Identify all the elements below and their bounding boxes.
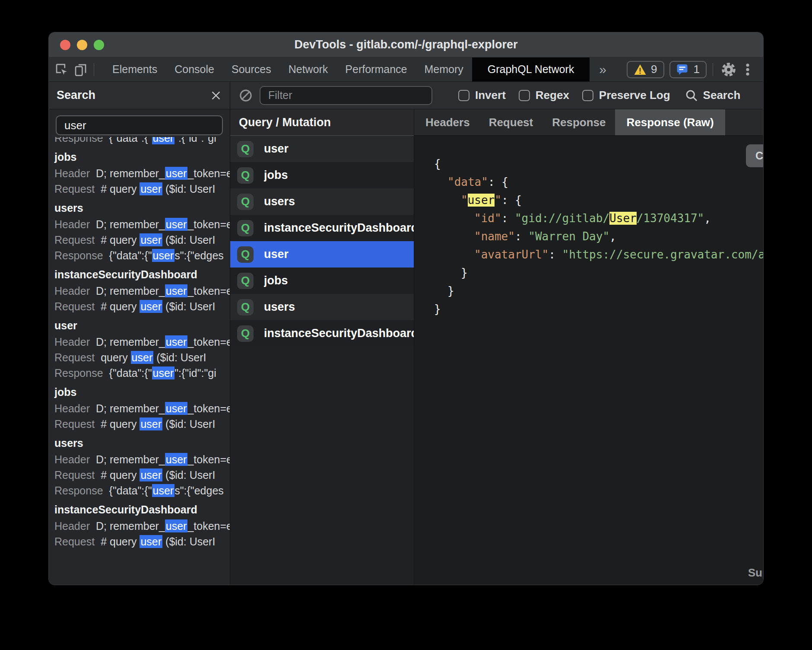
search-result-group: jobsHeaderD; remember_user_token=eReques…: [54, 148, 230, 197]
checkbox-box: [519, 90, 530, 101]
toolbar-separator: [94, 63, 94, 76]
detail-tab-response[interactable]: Response: [542, 109, 615, 135]
clear-filter-icon[interactable]: [239, 89, 253, 102]
result-line-text: _token=e: [187, 285, 230, 297]
highlighted-match: user: [140, 417, 162, 430]
highlighted-match: user: [165, 167, 188, 180]
search-result-line[interactable]: HeaderD; remember_user_token=e: [54, 518, 230, 534]
query-list-item[interactable]: Quser: [230, 241, 414, 268]
query-type-badge: Q: [237, 194, 254, 210]
close-search-icon[interactable]: [210, 89, 222, 102]
kebab-menu-icon[interactable]: [738, 57, 757, 82]
search-result-line[interactable]: HeaderD; remember_user_token=e: [54, 217, 230, 232]
search-result-line[interactable]: Response{"data":{"users":{"edges: [54, 248, 230, 263]
detail-tab-response-raw[interactable]: Response (Raw): [615, 109, 725, 135]
tab-sources[interactable]: Sources: [223, 57, 280, 82]
query-type-badge: Q: [237, 246, 254, 263]
result-line-label: Header: [54, 167, 90, 179]
query-list-item[interactable]: Qjobs: [230, 162, 414, 188]
copy-button[interactable]: Copy: [746, 144, 764, 167]
result-line-label: Header: [54, 453, 90, 465]
result-line-text: # query: [101, 535, 140, 548]
result-line-text: {"data":{": [109, 249, 152, 261]
json-token: ,: [609, 230, 616, 243]
search-input[interactable]: [56, 115, 223, 135]
result-line-label: Response: [54, 249, 103, 261]
tab-network[interactable]: Network: [280, 57, 337, 82]
result-line-label: Header: [54, 218, 90, 230]
json-token: ,: [704, 212, 711, 225]
search-button[interactable]: Search: [685, 89, 741, 102]
more-tabs-chevron-icon[interactable]: »: [590, 57, 616, 82]
query-list-item[interactable]: QinstanceSecurityDashboard: [230, 320, 414, 347]
query-label: instanceSecurityDashboard: [264, 327, 414, 340]
detail-tab-headers[interactable]: Headers: [416, 109, 479, 135]
detail-panel: HeadersRequestResponseResponse (Raw) Cop…: [414, 109, 764, 585]
search-result-line[interactable]: Request# query user ($id: UserI: [54, 467, 230, 483]
search-result-line[interactable]: Request# query user ($id: UserI: [54, 534, 230, 549]
support-link[interactable]: Support: [748, 566, 764, 580]
window-title: DevTools - gitlab.com/-/graphql-explorer: [49, 38, 763, 51]
query-type-badge: Q: [237, 299, 254, 315]
device-toolbar-icon[interactable]: [71, 57, 90, 82]
highlighted-match: user: [140, 535, 162, 548]
search-result-line[interactable]: Request# query user ($id: UserI: [54, 299, 230, 314]
json-token: :: [501, 212, 515, 225]
tab-performance[interactable]: Performance: [336, 57, 416, 82]
search-result-line[interactable]: Request# query user ($id: UserI: [54, 181, 230, 197]
query-list-header: Query / Mutation: [230, 109, 414, 136]
result-line-text: # query: [101, 234, 140, 246]
query-list-item[interactable]: Quser: [230, 136, 414, 162]
search-result-line[interactable]: HeaderD; remember_user_token=e: [54, 166, 230, 181]
inspect-element-icon[interactable]: [52, 57, 71, 82]
checkbox-box: [458, 90, 469, 101]
search-button-label: Search: [703, 89, 741, 102]
query-list-item[interactable]: QinstanceSecurityDashboard: [230, 215, 414, 241]
query-label: jobs: [264, 169, 288, 182]
tab-memory[interactable]: Memory: [416, 57, 472, 82]
highlighted-match: user: [165, 218, 188, 231]
result-line-text: D; remember_: [96, 402, 165, 414]
tab-elements[interactable]: Elements: [104, 57, 166, 82]
query-list-item[interactable]: Qjobs: [230, 268, 414, 294]
search-result-line[interactable]: Response{"data":{"users":{"edges: [54, 483, 230, 498]
checkbox-label: Preserve Log: [599, 89, 670, 102]
search-result-line[interactable]: HeaderD; remember_user_token=e: [54, 334, 230, 350]
checkbox-regex[interactable]: Regex: [519, 89, 569, 102]
filter-input[interactable]: [260, 86, 432, 105]
json-token: "avatarUrl": [474, 248, 549, 261]
query-list-item[interactable]: Qusers: [230, 188, 414, 215]
settings-gear-icon[interactable]: [719, 57, 738, 82]
result-line-text: ($id: UserI: [162, 300, 215, 312]
search-result-line[interactable]: Response{"data":{"user":{"id":"gi: [54, 137, 230, 146]
result-line-text: _token=e: [187, 453, 230, 465]
result-line-label: Request: [54, 418, 95, 430]
search-result-line[interactable]: HeaderD; remember_user_token=e: [54, 283, 230, 299]
result-group-title: users: [54, 199, 230, 217]
highlighted-match: user: [165, 402, 188, 415]
search-result-line[interactable]: Response{"data":{"user":{"id":"gi: [54, 365, 230, 381]
messages-badge[interactable]: 1: [669, 61, 707, 78]
search-result-line[interactable]: Request# query user ($id: UserI: [54, 232, 230, 248]
search-result-line[interactable]: HeaderD; remember_user_token=e: [54, 452, 230, 467]
query-list-item[interactable]: Qusers: [230, 294, 414, 320]
checkbox-invert[interactable]: Invert: [458, 89, 506, 102]
highlighted-match: user: [152, 137, 175, 144]
search-result-line[interactable]: HeaderD; remember_user_token=e: [54, 401, 230, 416]
json-token: ": [495, 194, 501, 207]
warnings-badge[interactable]: 9: [627, 61, 664, 78]
checkbox-preserve-log[interactable]: Preserve Log: [582, 89, 670, 102]
checkbox-box: [582, 90, 593, 101]
json-line: {: [434, 155, 764, 173]
json-token: {: [515, 194, 522, 207]
detail-tab-request[interactable]: Request: [479, 109, 543, 135]
tab-console[interactable]: Console: [166, 57, 223, 82]
tab-graphql-network[interactable]: GraphQL Network: [472, 57, 590, 82]
search-result-group: instanceSecurityDashboardHeaderD; rememb…: [54, 266, 230, 314]
search-result-line[interactable]: Requestquery user ($id: UserI: [54, 350, 230, 365]
search-result-line[interactable]: Request# query user ($id: UserI: [54, 416, 230, 432]
json-token: /13704317": [637, 212, 704, 225]
checkbox-label: Invert: [475, 89, 506, 102]
result-line-label: Header: [54, 285, 90, 297]
result-line-text: ($id: UserI: [162, 234, 215, 246]
